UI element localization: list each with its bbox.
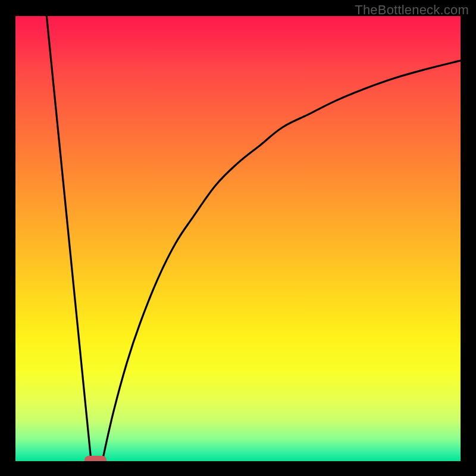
plot-area <box>15 16 461 461</box>
watermark-text: TheBottleneck.com <box>355 2 469 18</box>
curve-left-segment <box>46 16 91 461</box>
min-marker <box>84 456 107 461</box>
curve-right-segment <box>102 61 461 461</box>
chart-frame: TheBottleneck.com <box>0 0 476 476</box>
curve-layer <box>15 16 461 461</box>
